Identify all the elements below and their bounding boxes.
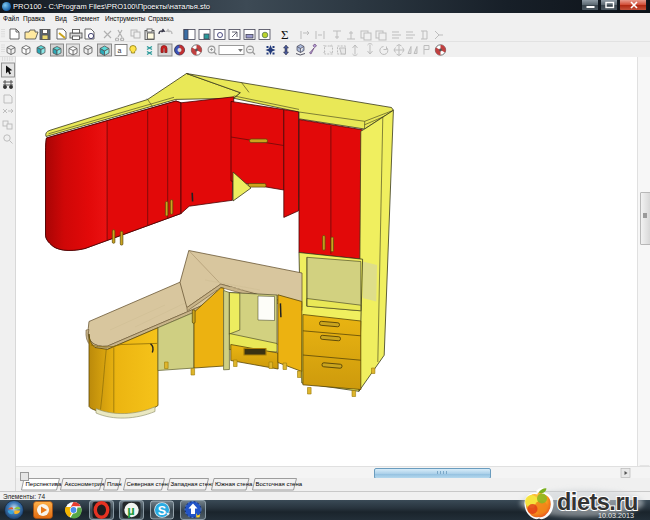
svg-text:µ: µ: [127, 503, 135, 518]
svg-text:Перспектива: Перспектива: [26, 481, 62, 487]
svg-text:Северная стена: Северная стена: [127, 481, 172, 487]
svg-text:а: а: [118, 47, 122, 54]
svg-text:Восточная стена: Восточная стена: [256, 481, 303, 487]
svg-text:10.03.2013: 10.03.2013: [598, 511, 634, 520]
svg-text:Западная стена: Западная стена: [171, 481, 216, 487]
svg-text:Σ: Σ: [281, 27, 289, 41]
svg-text:Южная стена: Южная стена: [215, 481, 253, 487]
svg-text:План: План: [107, 481, 121, 487]
svg-text:Аксонометрия: Аксонометрия: [65, 481, 105, 487]
svg-text:S: S: [158, 504, 166, 518]
